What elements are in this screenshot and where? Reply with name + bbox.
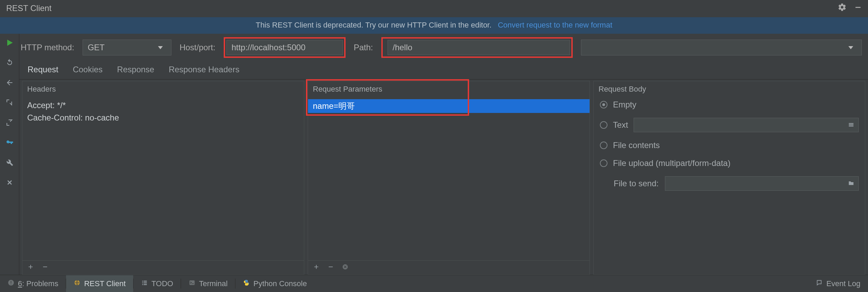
path-input[interactable]	[388, 40, 570, 55]
bottom-tab-label: Terminal	[199, 279, 227, 288]
radio-icon	[600, 121, 607, 129]
add-icon[interactable]	[313, 263, 320, 272]
rest-client-icon	[74, 279, 81, 288]
deprecation-banner: This REST Client is deprecated. Try our …	[0, 17, 868, 34]
main-row: HTTP method: GET Host/port: Path:	[0, 34, 868, 275]
radio-icon	[600, 101, 607, 108]
rest-client-tool-window: REST Client This REST Client is deprecat…	[0, 0, 868, 292]
svg-rect-1	[43, 267, 47, 267]
minimize-icon[interactable]	[854, 3, 862, 13]
headers-title: Headers	[22, 81, 304, 97]
remove-icon[interactable]	[327, 263, 334, 272]
problems-number: 6	[18, 279, 22, 288]
method-value: GET	[88, 43, 105, 52]
gear-icon[interactable]	[838, 3, 847, 14]
back-icon[interactable]	[5, 78, 14, 87]
warning-icon	[8, 279, 14, 288]
body-option-label: Empty	[613, 100, 636, 110]
bottom-tab-problems[interactable]: 6: Problems	[0, 275, 66, 292]
todo-icon	[141, 279, 148, 288]
param-row[interactable]: name=明哥	[308, 99, 590, 113]
banner-convert-link[interactable]: Convert request to the new format	[498, 21, 612, 29]
history-combo[interactable]	[581, 40, 862, 55]
path-highlight-box	[381, 37, 573, 58]
bottom-tab-python-console[interactable]: Python Console	[235, 275, 314, 292]
header-row[interactable]: Cache-Control: no-cache	[22, 112, 304, 124]
body-option-file-upload[interactable]: File upload (multipart/form-data)	[600, 158, 859, 168]
bottom-tab-label: TODO	[151, 279, 173, 288]
terminal-icon	[189, 279, 195, 288]
host-input[interactable]	[226, 40, 343, 55]
panels-row: Headers Accept: */* Cache-Control: no-ca…	[19, 80, 868, 275]
problems-label: : Problems	[22, 279, 58, 288]
bottom-tab-label: Event Log	[826, 279, 860, 288]
remove-icon[interactable]	[42, 263, 49, 272]
svg-rect-5	[11, 281, 11, 283]
bottom-tab-todo[interactable]: TODO	[134, 275, 181, 292]
tab-response[interactable]: Response	[117, 65, 154, 74]
svg-rect-0	[856, 7, 861, 8]
import-icon[interactable]	[5, 118, 14, 127]
add-icon[interactable]	[27, 263, 34, 272]
params-list[interactable]: name=明哥	[308, 97, 590, 260]
file-to-send-label: File to send:	[614, 179, 659, 188]
body-option-text[interactable]: Text	[600, 118, 859, 132]
close-icon[interactable]	[5, 178, 14, 187]
tab-cookies[interactable]: Cookies	[73, 65, 103, 74]
bottom-tab-terminal[interactable]: Terminal	[181, 275, 235, 292]
method-combo[interactable]: GET	[83, 40, 171, 55]
radio-icon	[600, 159, 607, 167]
bottom-tab-event-log[interactable]: Event Log	[808, 275, 868, 292]
svg-rect-8	[190, 280, 195, 285]
body-option-empty[interactable]: Empty	[600, 100, 859, 110]
body-option-label: Text	[613, 120, 628, 130]
content-column: HTTP method: GET Host/port: Path:	[19, 34, 868, 275]
refresh-icon[interactable]	[5, 58, 14, 67]
radio-icon	[600, 142, 607, 149]
body-option-file-contents[interactable]: File contents	[600, 140, 859, 150]
tool-window-title: REST Client	[6, 3, 52, 13]
params-panel: Request Parameters name=明哥	[308, 81, 590, 275]
svg-rect-2	[329, 267, 333, 267]
method-label: HTTP method:	[21, 43, 74, 52]
request-controls: HTTP method: GET Host/port: Path:	[19, 34, 868, 61]
bottom-status-bar: 6: Problems REST Client TODO Terminal Py…	[0, 275, 868, 292]
clear-icon[interactable]	[342, 263, 349, 272]
file-to-send-field[interactable]	[665, 176, 859, 191]
chevron-down-icon	[848, 46, 853, 49]
header-row[interactable]: Accept: */*	[22, 99, 304, 112]
body-option-label: File upload (multipart/form-data)	[613, 158, 730, 168]
banner-text: This REST Client is deprecated. Try our …	[256, 21, 491, 29]
bottom-tab-rest-client[interactable]: REST Client	[66, 275, 133, 292]
run-icon[interactable]	[5, 38, 14, 48]
tool-window-titlebar: REST Client	[0, 0, 868, 17]
params-footer	[308, 260, 590, 274]
bottom-tab-label: REST Client	[84, 279, 126, 288]
python-icon	[243, 279, 250, 288]
body-options: Empty Text File contents	[594, 97, 865, 194]
export-icon[interactable]	[5, 98, 14, 107]
tool-window-controls	[838, 3, 862, 14]
body-panel: Request Body Empty Text	[593, 81, 865, 275]
body-option-label: File contents	[613, 140, 660, 150]
headers-footer	[22, 260, 304, 274]
chevron-down-icon	[158, 46, 163, 49]
expand-icon[interactable]	[847, 120, 855, 130]
left-gutter	[0, 34, 19, 275]
host-highlight-box	[224, 37, 346, 58]
headers-panel: Headers Accept: */* Cache-Control: no-ca…	[22, 81, 304, 275]
body-text-field[interactable]	[634, 118, 859, 132]
event-log-icon	[816, 279, 823, 288]
key-icon[interactable]	[5, 138, 14, 147]
headers-list[interactable]: Accept: */* Cache-Control: no-cache	[22, 97, 304, 260]
path-label: Path:	[354, 43, 373, 52]
host-label: Host/port:	[180, 43, 215, 52]
svg-rect-6	[11, 284, 11, 284]
tab-response-headers[interactable]: Response Headers	[169, 65, 239, 74]
wrench-icon[interactable]	[5, 158, 14, 167]
file-to-send-row: File to send:	[600, 176, 859, 191]
folder-icon[interactable]	[847, 179, 855, 188]
tab-request[interactable]: Request	[28, 65, 58, 74]
bottom-tab-label: Python Console	[253, 279, 307, 288]
params-title: Request Parameters	[308, 81, 590, 97]
